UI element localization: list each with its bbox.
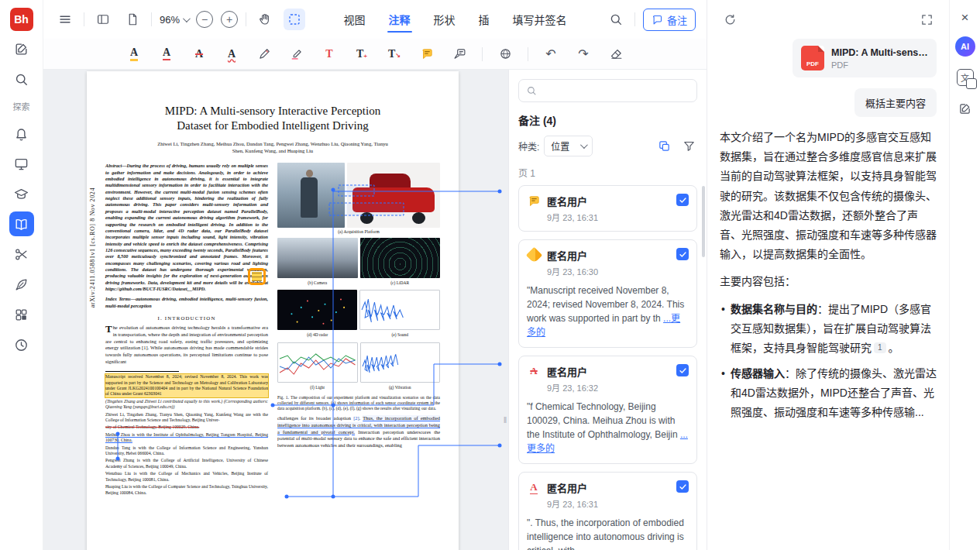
close-panel-button[interactable]: × [961, 11, 969, 24]
zoom-select[interactable]: 96% [160, 14, 188, 26]
pencil-tool[interactable] [254, 44, 274, 64]
left-sidebar: Bh 探索 ? [0, 0, 43, 550]
attached-file-card[interactable]: PDF MIPD: A Multi-sensory Inter... PDF [793, 39, 937, 77]
toolbar-divider [482, 47, 483, 61]
footnote-line: Huaping Liu is with the College of Compu… [105, 484, 268, 496]
file-type: PDF [831, 60, 928, 70]
undo-button[interactable]: ↶ [541, 44, 561, 64]
notes-scrollbar[interactable] [702, 186, 705, 257]
annotation-checkbox-checked[interactable] [676, 248, 689, 260]
tab-insert[interactable]: 插 [477, 2, 491, 37]
expand-panel-button[interactable] [916, 9, 937, 29]
check-icon [679, 250, 687, 259]
toolbar-divider [84, 12, 84, 26]
sidebar-search-button[interactable] [9, 67, 34, 91]
link-tool[interactable] [495, 44, 515, 64]
app-logo[interactable]: Bh [10, 8, 33, 31]
annotation-checkbox-checked[interactable] [676, 194, 689, 206]
underline-annotation-icon: A [527, 480, 541, 494]
apps-button[interactable] [9, 302, 34, 327]
figure-camera [277, 238, 358, 278]
callout-icon [453, 47, 466, 60]
citation-link[interactable]: [2] [353, 415, 359, 421]
tools-button[interactable] [9, 242, 34, 266]
paper-abstract: Abstract—During the process of driving, … [105, 163, 268, 292]
zoom-in-button[interactable]: + [221, 11, 238, 28]
callout-text-tool[interactable]: T [384, 44, 404, 64]
underline-text-tool[interactable]: A [156, 44, 177, 64]
page-view-button[interactable] [122, 9, 143, 30]
edit-note-icon [958, 102, 971, 115]
tab-view[interactable]: 视图 [342, 2, 367, 37]
type-filter-select[interactable]: 位置 [544, 136, 593, 156]
paper-index-terms: Index Terms—autonomous driving, embodied… [105, 296, 268, 309]
footnote-line-strikethrough[interactable]: sity of Chemical Technology, Beijing 100… [105, 425, 268, 430]
annotation-card[interactable]: 匿名用户 9月 23, 16:31 [518, 185, 697, 232]
notes-search-box[interactable] [518, 79, 697, 102]
document-search-button[interactable] [605, 9, 627, 30]
hand-tool-button[interactable] [254, 9, 276, 30]
toggle-sidebar-button[interactable] [92, 9, 114, 30]
text-box-tool[interactable]: T [352, 44, 372, 64]
notes-search-input[interactable] [542, 85, 689, 96]
notes-tool-button[interactable] [955, 98, 975, 119]
ai-assistant-badge[interactable]: AI [955, 36, 975, 57]
compose-icon-button[interactable] [9, 36, 34, 61]
panel-resize-handle[interactable]: ‖ [502, 70, 508, 550]
paper-left-column: Abstract—During the process of driving, … [105, 163, 268, 496]
tab-shapes[interactable]: 形状 [432, 2, 457, 37]
text-tool[interactable]: T [319, 44, 339, 64]
library-button-active[interactable] [9, 211, 34, 236]
notes-toggle-button[interactable]: 备注 [643, 9, 696, 31]
workspace-button[interactable] [9, 151, 34, 176]
sticky-note-tool[interactable] [417, 44, 437, 64]
tab-fill-sign[interactable]: 填写并签名 [511, 2, 569, 37]
squiggly-underline-tool[interactable]: A [222, 44, 242, 64]
pdf-page[interactable]: arXiv:2411.05881v1 [cs.RO] 8 Nov 2024 MI… [87, 71, 459, 550]
figure-sound-chart [359, 290, 441, 330]
citation-badge[interactable]: 1 [874, 342, 886, 353]
annotation-card[interactable]: A 匿名用户 9月 23, 16:32 "f Chemical Technolo… [518, 356, 697, 464]
sticky-note-annotation-selected[interactable] [249, 270, 264, 284]
translate-icon-button[interactable]: 文 [957, 69, 974, 86]
filter-button[interactable] [680, 138, 697, 155]
annotation-card[interactable]: 匿名用户 9月 23, 16:30 "Manuscript received N… [518, 239, 697, 348]
highlighted-footnote[interactable]: Manuscript received November 8, 2024; re… [105, 374, 268, 397]
figure-label-b: (b) Camera [277, 280, 358, 286]
learning-button[interactable] [9, 181, 34, 206]
figure-label-a: (a) Acquisition Platform [277, 229, 440, 235]
annotation-card[interactable]: A 匿名用户 9月 23, 16:31 ". Thus, the incorpo… [518, 472, 697, 550]
writing-button[interactable] [9, 272, 34, 297]
callout-tool[interactable] [449, 44, 469, 64]
annotation-timestamp: 9月 23, 16:30 [547, 265, 670, 277]
comment-annotation-icon [527, 194, 541, 208]
notifications-button[interactable] [9, 121, 34, 146]
redo-button[interactable]: ↷ [573, 44, 593, 64]
user-request-chip[interactable]: 概括主要内容 [854, 88, 937, 117]
strikethrough-text-tool[interactable]: A [189, 44, 209, 64]
notes-filter-row: 种类: 位置 [518, 136, 697, 156]
footnote-line: Zhiwei Li, Tingzhen Zhang, Tianyu Shen, … [105, 412, 268, 424]
hamburger-icon [58, 12, 72, 26]
light-lines [278, 343, 357, 382]
tab-annotate-active[interactable]: 注释 [387, 2, 412, 37]
footnote-line-strikethrough[interactable]: Meihua Zhou is with the Institute of Oph… [105, 432, 268, 444]
annotation-checkbox-checked[interactable] [676, 364, 689, 376]
annotation-toolbar: A A A A T T T ↶ ↷ [43, 39, 707, 70]
clock-icon [14, 338, 29, 352]
highlighter-tool[interactable] [287, 44, 307, 64]
refresh-conversation-button[interactable] [720, 9, 740, 29]
footnote-line: (Tingzhen Zhang and Zhiwei Li contribute… [105, 399, 268, 411]
marquee-icon [287, 12, 301, 26]
multi-select-button[interactable] [655, 138, 672, 155]
select-tool-button-active[interactable] [284, 9, 305, 30]
zoom-out-button[interactable]: − [196, 11, 213, 28]
highlight-text-tool[interactable]: A [124, 44, 144, 64]
history-button[interactable] [9, 332, 34, 357]
annotation-checkbox-checked[interactable] [676, 480, 689, 493]
figure-vibration-chart [360, 342, 441, 383]
marker-icon [291, 47, 304, 60]
pdf-viewport[interactable]: arXiv:2411.05881v1 [cs.RO] 8 Nov 2024 MI… [43, 70, 502, 550]
eraser-tool[interactable] [606, 44, 626, 64]
menu-button[interactable] [54, 9, 76, 30]
